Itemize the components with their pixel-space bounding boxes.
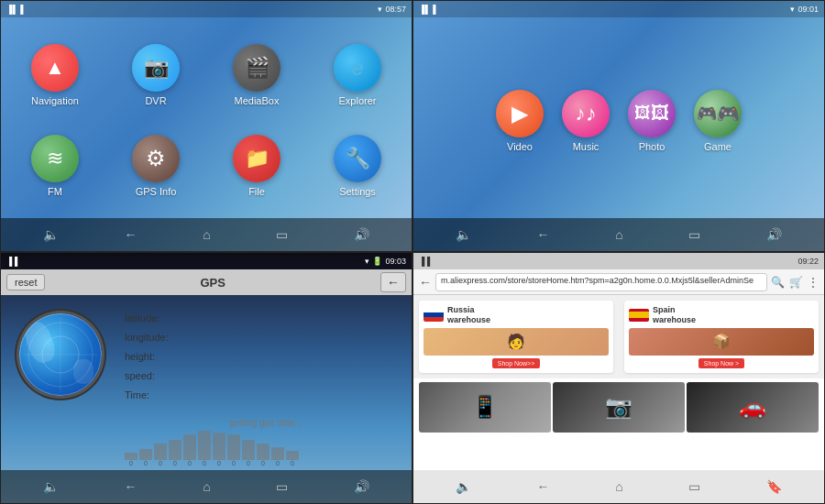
- app-mediabox[interactable]: 🎬 MediaBox: [233, 44, 280, 106]
- video-label: Video: [507, 141, 533, 152]
- status-signal-media: ▐▌ ▌: [419, 5, 439, 14]
- gpsinfo-label: GPS Info: [136, 186, 177, 197]
- signal-icon-home: ▾: [378, 5, 382, 14]
- product-dvr[interactable]: 📷: [553, 382, 685, 433]
- flag-stripe-red: [424, 317, 444, 322]
- nav-home[interactable]: ⌂: [203, 227, 210, 242]
- browser-banner-row: Russia warehouse 🧑 Shop Now>>: [413, 295, 824, 378]
- app-settings[interactable]: 🔧 Settings: [334, 135, 381, 197]
- dvr-icon: 📷: [144, 56, 169, 80]
- app-fm[interactable]: ≋ FM: [31, 135, 79, 197]
- nav-vol-right[interactable]: 🔊: [354, 227, 369, 242]
- gps-time-label: Time:: [125, 389, 149, 400]
- nav-vol-left-browser[interactable]: 🔈: [456, 479, 471, 494]
- mediabox-label: MediaBox: [235, 95, 280, 106]
- nav-back-browser[interactable]: ←: [537, 479, 550, 494]
- settings-icon: 🔧: [346, 147, 370, 170]
- gps-bar-6: [198, 431, 211, 460]
- photo-icon-circle: 🖼: [628, 90, 676, 137]
- music-icon-circle: ♪: [562, 90, 610, 137]
- nav-vol-left-media[interactable]: 🔈: [456, 227, 471, 242]
- mediabox-icon-circle: 🎬: [233, 44, 280, 92]
- gps-reset-button[interactable]: reset: [6, 274, 45, 290]
- russia-shop-button[interactable]: Shop Now>>: [492, 358, 540, 368]
- nav-vol-left[interactable]: 🔈: [43, 227, 59, 242]
- gps-bar-1: [125, 453, 138, 460]
- status-right-browser: 09:22: [798, 257, 819, 266]
- spain-shop-button[interactable]: Shop Now >: [698, 358, 744, 368]
- navbar-browser: 🔈 ← ⌂ ▭ 🔖: [413, 470, 824, 503]
- app-photo[interactable]: 🖼 Photo: [628, 90, 676, 152]
- photo-label: Photo: [639, 141, 666, 152]
- bar-label-3: 0: [154, 460, 167, 466]
- gps-height-label: height:: [125, 351, 155, 362]
- nav-vol-right-media[interactable]: 🔊: [766, 227, 782, 242]
- gps-bar-12: [286, 451, 299, 460]
- gps-bar-3: [154, 444, 167, 460]
- spain-banner-image: 📦: [629, 328, 814, 356]
- dvr-icon-circle: 📷: [132, 44, 180, 92]
- navigation-label: Navigation: [31, 95, 79, 106]
- browser-url-field[interactable]: m.aliexpress.com/store/storeHome.htm?spm…: [435, 273, 767, 291]
- gps-bar-2: [139, 449, 152, 460]
- gps-bar-9: [242, 440, 255, 460]
- explorer-icon: e: [351, 55, 363, 81]
- nav-back-media[interactable]: ←: [537, 227, 550, 242]
- gps-back-button[interactable]: ←: [380, 272, 406, 292]
- bar-label-8: 0: [227, 460, 240, 466]
- file-icon-circle: 📁: [233, 135, 280, 182]
- gps-bar-7: [213, 433, 226, 460]
- gps-longitude-row: longitude:: [125, 328, 402, 347]
- game-label: Game: [704, 141, 732, 152]
- nav-recent-gps[interactable]: ▭: [276, 479, 288, 494]
- status-right-media: ▾ 09:01: [790, 5, 819, 14]
- gps-bar-8: [227, 434, 240, 460]
- media-grid: ▶ Video ♪ Music 🖼 Photo 🎮 Game: [413, 23, 824, 218]
- photo-icon: 🖼: [651, 103, 669, 124]
- nav-home-gps[interactable]: ⌂: [203, 479, 210, 494]
- nav-home-media[interactable]: ⌂: [615, 227, 622, 242]
- nav-vol-right-gps[interactable]: 🔊: [354, 479, 369, 494]
- product-gps[interactable]: 📱: [419, 382, 551, 433]
- browser-cart-icon[interactable]: 🛒: [789, 276, 803, 289]
- nav-back-gps[interactable]: ←: [125, 479, 138, 494]
- spain-warehouse-card: Spain warehouse 📦 Shop Now >: [624, 301, 819, 373]
- nav-recent-media[interactable]: ▭: [688, 227, 700, 242]
- bar-label-5: 0: [183, 460, 196, 466]
- screen-home: ▐▌ ▌ ▾ 08:57 ▲ Navigation 📷 DVR 🎬 Med: [0, 0, 412, 252]
- app-game[interactable]: 🎮 Game: [694, 90, 742, 152]
- fm-icon: ≋: [47, 147, 63, 170]
- browser-search-icon[interactable]: 🔍: [771, 276, 785, 289]
- browser-more-icon[interactable]: ⋮: [808, 276, 819, 289]
- app-grid-home: ▲ Navigation 📷 DVR 🎬 MediaBox e Explorer: [1, 23, 412, 218]
- status-signal-home: ▐▌ ▌: [6, 5, 27, 14]
- flag-stripe-yellow: [629, 312, 649, 318]
- navigation-icon-circle: ▲: [31, 44, 79, 92]
- app-music[interactable]: ♪ Music: [562, 90, 610, 152]
- app-file[interactable]: 📁 File: [233, 135, 280, 197]
- nav-recent[interactable]: ▭: [276, 227, 288, 242]
- gps-title: GPS: [45, 276, 380, 290]
- mirror-product-icon: 🚗: [739, 394, 766, 420]
- navigation-icon: ▲: [45, 56, 65, 80]
- gps-topbar: reset GPS ←: [1, 269, 412, 295]
- app-gpsinfo[interactable]: ⚙ GPS Info: [132, 135, 180, 197]
- app-navigation[interactable]: ▲ Navigation: [31, 44, 79, 106]
- status-bar-home: ▐▌ ▌ ▾ 08:57: [1, 1, 412, 17]
- nav-back[interactable]: ←: [125, 227, 138, 242]
- product-mirror[interactable]: 🚗: [687, 382, 819, 433]
- navbar-gps: 🔈 ← ⌂ ▭ 🔊: [1, 470, 412, 503]
- time-media: 09:01: [798, 5, 819, 14]
- nav-recent-browser[interactable]: ▭: [688, 479, 700, 494]
- app-dvr[interactable]: 📷 DVR: [132, 44, 180, 106]
- browser-back-button[interactable]: ←: [419, 275, 432, 290]
- status-bar-gps: ▐ ▌ ▾ 🔋 09:03: [1, 253, 412, 269]
- battery-icon-gps: 🔋: [372, 257, 382, 266]
- app-explorer[interactable]: e Explorer: [334, 44, 381, 106]
- app-video[interactable]: ▶ Video: [496, 90, 544, 152]
- nav-home-browser[interactable]: ⌂: [615, 479, 622, 494]
- spain-warehouse-text: Spain warehouse: [653, 305, 696, 325]
- gps-status-text: getting gps data...: [120, 418, 412, 428]
- nav-bookmark-browser[interactable]: 🔖: [766, 479, 782, 494]
- nav-vol-left-gps[interactable]: 🔈: [43, 479, 59, 494]
